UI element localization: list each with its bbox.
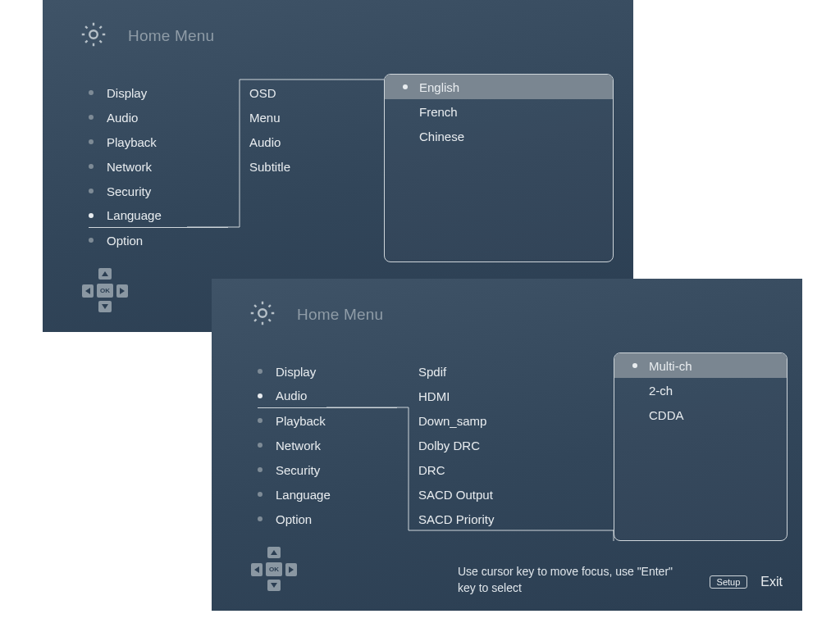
category-label: Display <box>276 365 316 379</box>
bullet-icon <box>89 213 94 218</box>
submenu-item[interactable]: Down_samp <box>418 408 574 433</box>
bullet-icon <box>632 363 637 368</box>
submenu-item[interactable]: Spdif <box>418 359 574 384</box>
submenu-label: Menu <box>249 111 281 125</box>
category-item[interactable]: Network <box>258 433 397 457</box>
submenu-label: DRC <box>418 463 445 477</box>
category-label: Playback <box>107 135 157 149</box>
category-item[interactable]: Display <box>89 80 228 105</box>
option-label: Chinese <box>419 130 464 143</box>
category-item[interactable]: Playback <box>258 408 397 433</box>
submenu-list: SpdifHDMIDown_sampDolby DRCDRCSACD Outpu… <box>418 359 574 531</box>
submenu-label: HDMI <box>418 389 450 403</box>
option-label: English <box>419 80 459 94</box>
category-item[interactable]: Language <box>89 203 228 228</box>
svg-point-4 <box>258 309 267 317</box>
dpad-left-button[interactable] <box>82 284 94 298</box>
bullet-icon <box>258 443 262 448</box>
submenu-label: SACD Priority <box>418 512 495 526</box>
submenu-label: Dolby DRC <box>418 439 480 452</box>
gear-icon <box>79 20 108 52</box>
submenu-label: Spdif <box>418 365 446 379</box>
category-label: Option <box>107 234 143 248</box>
submenu-item[interactable]: OSD <box>249 80 405 105</box>
submenu-item[interactable]: HDMI <box>418 384 574 408</box>
bullet-icon <box>258 516 262 521</box>
category-label: Security <box>107 184 151 198</box>
category-item[interactable]: Security <box>258 457 397 482</box>
dpad-right-button[interactable] <box>285 563 297 576</box>
dpad-down-button[interactable] <box>98 301 112 312</box>
footer-buttons: Setup Exit <box>710 575 783 589</box>
bullet-icon <box>89 115 94 120</box>
panel-header: Home Menu <box>248 298 383 331</box>
bullet-icon <box>89 90 94 95</box>
setup-button[interactable]: Setup <box>710 575 748 589</box>
dpad-down-button[interactable] <box>267 580 281 591</box>
category-item[interactable]: Option <box>89 228 228 252</box>
option-item[interactable]: Multi-ch <box>614 353 787 378</box>
dpad-right-button[interactable] <box>116 284 128 298</box>
bullet-icon <box>403 84 408 89</box>
dpad-left-button[interactable] <box>251 563 262 576</box>
submenu-label: OSD <box>249 86 276 100</box>
option-item[interactable]: English <box>385 75 613 99</box>
category-item[interactable]: Playback <box>89 130 228 154</box>
bullet-icon <box>258 369 262 374</box>
bullet-icon <box>89 139 94 144</box>
category-list: DisplayAudioPlaybackNetworkSecurityLangu… <box>258 359 397 531</box>
submenu-item[interactable]: SACD Priority <box>418 507 574 531</box>
option-label: French <box>419 105 458 119</box>
options-box: EnglishFrenchChinese <box>384 74 614 262</box>
hint-text: Use cursor key to move focus, use "Enter… <box>458 563 687 596</box>
submenu-label: Subtitle <box>249 160 290 174</box>
exit-button[interactable]: Exit <box>760 575 783 589</box>
category-item[interactable]: Network <box>89 154 228 179</box>
settings-panel-audio: Home Menu DisplayAudioPlaybackNetworkSec… <box>212 279 802 611</box>
dpad-up-button[interactable] <box>267 547 281 558</box>
dpad-control: OK <box>80 268 130 317</box>
dpad-ok-button[interactable]: OK <box>266 562 282 576</box>
option-item[interactable]: Chinese <box>385 124 613 148</box>
options-box: Multi-ch2-chCDDA <box>614 352 788 541</box>
dpad-control: OK <box>249 547 299 596</box>
option-item[interactable]: 2-ch <box>614 378 787 402</box>
category-label: Language <box>276 488 331 502</box>
category-label: Network <box>107 160 152 174</box>
category-item[interactable]: Security <box>89 179 228 203</box>
submenu-list: OSDMenuAudioSubtitle <box>249 80 405 179</box>
bullet-icon <box>258 393 262 398</box>
submenu-label: Audio <box>249 135 281 149</box>
submenu-item[interactable]: Menu <box>249 105 405 130</box>
category-item[interactable]: Display <box>258 359 397 384</box>
option-item[interactable]: French <box>385 99 613 124</box>
category-label: Network <box>276 439 321 452</box>
dpad-ok-button[interactable]: OK <box>97 284 113 298</box>
submenu-item[interactable]: Dolby DRC <box>418 433 574 457</box>
option-label: 2-ch <box>649 384 673 398</box>
dpad-up-button[interactable] <box>98 268 112 280</box>
category-item[interactable]: Audio <box>89 105 228 130</box>
submenu-label: Down_samp <box>418 414 486 428</box>
category-label: Security <box>276 463 320 477</box>
page-title: Home Menu <box>128 27 214 45</box>
bullet-icon <box>89 238 94 243</box>
submenu-item[interactable]: Audio <box>249 130 405 154</box>
category-label: Option <box>276 512 312 526</box>
bullet-icon <box>89 189 94 193</box>
submenu-label: SACD Output <box>418 488 493 502</box>
bullet-icon <box>258 467 262 472</box>
category-item[interactable]: Option <box>258 507 397 531</box>
option-item[interactable]: CDDA <box>614 402 787 427</box>
category-label: Display <box>107 86 147 100</box>
category-item[interactable]: Audio <box>258 384 397 408</box>
bullet-icon <box>258 492 262 497</box>
category-label: Playback <box>276 414 326 428</box>
gear-icon <box>248 298 277 331</box>
bullet-icon <box>89 164 94 169</box>
category-item[interactable]: Language <box>258 482 397 507</box>
page-title: Home Menu <box>297 306 383 324</box>
submenu-item[interactable]: DRC <box>418 457 574 482</box>
submenu-item[interactable]: SACD Output <box>418 482 574 507</box>
submenu-item[interactable]: Subtitle <box>249 154 405 179</box>
